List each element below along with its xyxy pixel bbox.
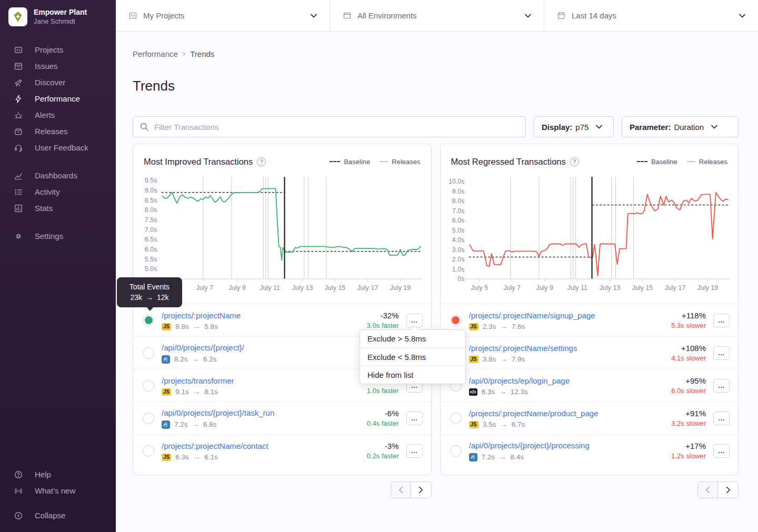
more-options-button[interactable]: … — [406, 411, 423, 425]
org-switcher[interactable]: Empower Plant Jane Schmidt — [0, 7, 116, 26]
radio-button[interactable] — [450, 413, 462, 424]
sidebar-item-help[interactable]: Help — [0, 466, 116, 483]
transaction-link[interactable]: /api/0/projects/{project}/task_run — [162, 407, 355, 419]
more-options-button[interactable]: … — [713, 444, 730, 458]
transaction-link[interactable]: /api/0/projects/{project}/processing — [469, 440, 662, 451]
transaction-link[interactable]: /projects/:projectName/settings — [469, 343, 662, 354]
sidebar-item-alerts[interactable]: Alerts — [0, 107, 116, 123]
sidebar-item-label: What’s new — [35, 486, 75, 495]
display-dropdown-label: Display: — [542, 123, 572, 132]
svg-text:6.5s: 6.5s — [145, 236, 157, 244]
transaction-link[interactable]: /projects/:projectName/product_page — [469, 408, 662, 419]
breadcrumb-performance[interactable]: Performance — [133, 49, 178, 58]
date-range-filter[interactable]: Last 14 days — [544, 0, 758, 31]
duration-before: 9.1s — [175, 388, 189, 396]
regressed-chart[interactable]: July 5July 7July 9July 11July 13July 15J… — [444, 174, 733, 301]
environment-filter[interactable]: All Environments — [330, 0, 544, 31]
parameter-dropdown[interactable]: Parameter: Duration — [622, 116, 739, 137]
more-options-button[interactable]: … — [713, 379, 730, 393]
transaction-link[interactable]: /api/0/projects/{project}/ — [162, 342, 355, 354]
legend-releases[interactable]: Releases — [380, 158, 420, 166]
project-filter-label: My Projects — [143, 11, 184, 20]
search-icon — [140, 123, 148, 131]
sidebar-item-label: Dashboards — [35, 171, 77, 180]
transaction-row: /projects/:projectName/settings JS 3.8s … — [441, 336, 739, 369]
menu-item-exclude-lt[interactable]: Exclude < 5.8ms — [360, 348, 465, 366]
ellipsis-icon: … — [718, 415, 725, 421]
transaction-link[interactable]: /projects/:projectName/contact — [162, 440, 355, 452]
duration-before: 8.2s — [174, 355, 188, 363]
legend-baseline[interactable]: Baseline — [637, 158, 677, 166]
svg-text:9.5s: 9.5s — [145, 177, 157, 185]
radio-button[interactable] — [450, 315, 462, 326]
sidebar-item-collapse[interactable]: Collapse — [0, 507, 116, 524]
radio-button[interactable] — [143, 347, 154, 359]
legend-releases[interactable]: Releases — [687, 158, 727, 166]
previous-page-button[interactable] — [698, 482, 718, 498]
project-filter[interactable]: My Projects — [116, 0, 330, 31]
trend-delta: 3.2s slower — [669, 419, 706, 427]
menu-item-exclude-gt[interactable]: Exclude > 5.8ms — [360, 330, 465, 348]
help-circle-icon[interactable]: ? — [570, 157, 579, 166]
javascript-platform-icon: JS — [162, 454, 171, 461]
trend-percent: -32% — [362, 311, 399, 320]
duration-after: 6.1s — [204, 453, 218, 461]
radio-button[interactable] — [450, 445, 462, 457]
help-icon — [14, 470, 23, 479]
previous-page-button[interactable] — [391, 482, 411, 498]
javascript-platform-icon: JS — [162, 388, 171, 396]
duration-after: 12.3s — [511, 388, 528, 396]
transaction-link[interactable]: /api/0/projects/ep/login_page — [469, 375, 662, 387]
next-page-button[interactable] — [411, 482, 431, 498]
sidebar-item-label: Alerts — [35, 111, 55, 119]
gear-icon — [14, 232, 23, 241]
transaction-link[interactable]: /projects/:projectName/signup_page — [469, 310, 662, 322]
help-circle-icon[interactable]: ? — [257, 157, 266, 166]
radio-button[interactable] — [143, 445, 154, 457]
sidebar-item-activity[interactable]: Activity — [0, 184, 116, 200]
svg-text:8.0s: 8.0s — [145, 207, 157, 214]
arrow-right-icon: → — [193, 388, 201, 396]
more-options-button[interactable]: … — [406, 444, 423, 458]
more-options-button[interactable]: … — [713, 346, 730, 360]
sidebar-item-settings[interactable]: Settings — [0, 228, 116, 244]
transaction-link[interactable]: /projects/transformer — [162, 375, 355, 387]
sidebar-item-issues[interactable]: Issues — [0, 58, 116, 74]
sidebar-item-dashboards[interactable]: Dashboards — [0, 167, 116, 184]
page-content: Performance › Trends Trends Display: p75… — [116, 32, 758, 532]
duration-before: 3.5s — [483, 420, 496, 428]
radio-button[interactable] — [143, 413, 154, 424]
svg-text:July 7: July 7 — [503, 284, 521, 292]
sidebar-item-label: Releases — [35, 127, 68, 136]
menu-item-hide-from-list[interactable]: Hide from list — [360, 366, 465, 384]
svg-text:1.0s: 1.0s — [452, 266, 464, 273]
more-options-button[interactable]: … — [713, 314, 730, 327]
svg-text:July 11: July 11 — [567, 284, 587, 292]
svg-text:8.5s: 8.5s — [145, 197, 157, 204]
sidebar-item-performance[interactable]: Performance — [0, 91, 116, 107]
python-platform-icon — [162, 355, 170, 364]
sidebar-item-whats-new[interactable]: What’s new — [0, 483, 116, 499]
releases-line-sample — [687, 161, 695, 162]
transaction-link[interactable]: /projects/:projectName — [162, 310, 355, 322]
chevron-down-icon — [596, 125, 602, 129]
javascript-platform-icon: JS — [469, 356, 478, 363]
sidebar-item-label: Stats — [35, 204, 53, 213]
radio-button[interactable] — [143, 380, 154, 392]
ellipsis-icon: … — [411, 415, 418, 421]
search-input[interactable] — [133, 116, 526, 137]
sidebar-item-releases[interactable]: Releases — [0, 123, 116, 139]
legend-baseline[interactable]: Baseline — [330, 158, 370, 166]
sidebar-item-stats[interactable]: Stats — [0, 200, 116, 216]
svg-text:5.5s: 5.5s — [145, 256, 157, 263]
environment-filter-label: All Environments — [357, 11, 417, 20]
sidebar-item-discover[interactable]: Discover — [0, 74, 116, 91]
more-options-button[interactable]: … — [713, 411, 730, 425]
radio-button[interactable] — [143, 315, 154, 326]
date-range-label: Last 14 days — [572, 11, 616, 20]
sidebar-item-user-feedback[interactable]: User Feedback — [0, 139, 116, 156]
next-page-button[interactable] — [718, 482, 738, 498]
svg-text:July 11: July 11 — [260, 284, 280, 292]
sidebar-item-projects[interactable]: Projects — [0, 42, 116, 58]
display-dropdown[interactable]: Display: p75 — [534, 116, 614, 137]
